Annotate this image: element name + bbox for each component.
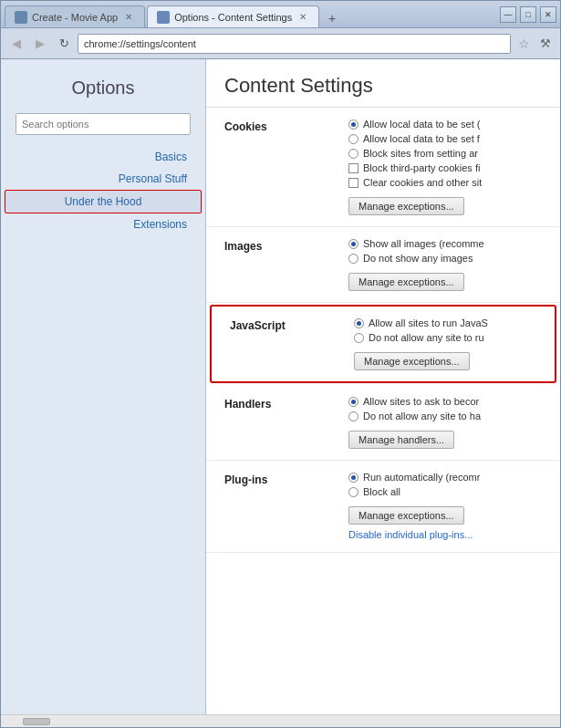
sidebar-item-extensions[interactable]: Extensions — [1, 213, 205, 235]
javascript-section: JavaScript Allow all sites to run JavaS … — [210, 305, 556, 383]
option-label: Allow local data to be set f — [363, 133, 480, 144]
new-tab-button[interactable]: + — [321, 9, 343, 27]
radio-option: Allow local data to be set ( — [348, 119, 542, 130]
option-label: Allow local data to be set ( — [363, 119, 480, 130]
address-input[interactable] — [78, 34, 511, 54]
radio-dot[interactable] — [348, 487, 358, 497]
plugins-options: Run automatically (recomr Block all Mana… — [348, 472, 542, 541]
tab-label-movie: Create - Movie App — [32, 12, 118, 23]
radio-dot-selected[interactable] — [348, 120, 358, 130]
bookmark-star-icon[interactable]: ☆ — [514, 35, 533, 53]
radio-dot[interactable] — [348, 254, 358, 264]
manage-exceptions-js-button[interactable]: Manage exceptions... — [354, 352, 470, 370]
handlers-section: Handlers Allow sites to ask to becor Do … — [206, 385, 560, 461]
radio-option: Run automatically (recomr — [348, 472, 542, 483]
images-label: Images — [224, 238, 334, 291]
minimize-button[interactable]: — — [500, 6, 516, 23]
refresh-button[interactable]: ↻ — [54, 34, 74, 54]
sidebar-item-under-hood[interactable]: Under the Hood — [5, 190, 202, 213]
option-label: Do not show any images — [363, 253, 473, 264]
main-area: Options Basics Personal Stuff Under the … — [1, 59, 560, 714]
tab-bar: Create - Movie App ✕ Options - Content S… — [5, 1, 500, 27]
settings-wrench-icon[interactable]: ⚒ — [536, 35, 555, 53]
radio-option: Do not allow any site to ru — [354, 332, 536, 343]
sidebar-item-basics[interactable]: Basics — [1, 146, 205, 168]
tab-close-settings[interactable]: ✕ — [296, 11, 309, 24]
content-title: Content Settings — [224, 74, 542, 98]
forward-button[interactable]: ▶ — [30, 34, 50, 54]
radio-dot-selected[interactable] — [348, 473, 358, 483]
tab-icon-settings — [157, 11, 170, 24]
tab-close-movie[interactable]: ✕ — [122, 11, 135, 24]
sidebar-title: Options — [1, 68, 205, 113]
sidebar-nav: Basics Personal Stuff Under the Hood Ext… — [1, 146, 205, 235]
close-button[interactable]: ✕ — [540, 6, 556, 23]
scrollbar-thumb[interactable] — [23, 718, 50, 725]
sidebar-item-personal[interactable]: Personal Stuff — [1, 168, 205, 190]
radio-dot-selected[interactable] — [354, 318, 364, 328]
javascript-label: JavaScript — [230, 317, 339, 370]
radio-option: Block sites from setting ar — [348, 148, 542, 159]
option-label: Clear cookies and other sit — [363, 177, 482, 188]
content-header: Content Settings — [206, 59, 560, 108]
search-input[interactable] — [16, 113, 191, 135]
disable-individual-plugins-link[interactable]: Disable individual plug-ins... — [348, 529, 473, 540]
cookies-options: Allow local data to be set ( Allow local… — [348, 119, 542, 215]
checkbox-option: Clear cookies and other sit — [348, 177, 542, 188]
option-label: Allow all sites to run JavaS — [369, 317, 488, 328]
browser-window: Create - Movie App ✕ Options - Content S… — [0, 0, 561, 728]
radio-dot-selected[interactable] — [348, 239, 358, 249]
radio-option: Allow all sites to run JavaS — [354, 317, 536, 328]
sidebar: Options Basics Personal Stuff Under the … — [1, 59, 206, 714]
option-label: Run automatically (recomr — [363, 472, 480, 483]
radio-dot[interactable] — [348, 149, 358, 159]
radio-option: Do not allow any site to ha — [348, 411, 542, 421]
radio-dot[interactable] — [348, 134, 358, 144]
images-options: Show all images (recomme Do not show any… — [348, 238, 542, 291]
back-button[interactable]: ◀ — [6, 34, 26, 54]
address-bar: ◀ ▶ ↻ ☆ ⚒ — [1, 28, 560, 59]
tab-movie-app[interactable]: Create - Movie App ✕ — [5, 5, 145, 27]
radio-option: Allow local data to be set f — [348, 133, 542, 144]
content-scroll: Content Settings Cookies Allow local dat… — [206, 59, 560, 714]
manage-exceptions-images-button[interactable]: Manage exceptions... — [348, 273, 464, 291]
manage-exceptions-plugins-button[interactable]: Manage exceptions... — [348, 506, 464, 525]
javascript-options: Allow all sites to run JavaS Do not allo… — [354, 317, 536, 370]
tab-icon-movie — [15, 11, 27, 24]
content-area: Content Settings Cookies Allow local dat… — [206, 59, 560, 714]
tab-content-settings[interactable]: Options - Content Settings ✕ — [147, 5, 319, 27]
handlers-options: Allow sites to ask to becor Do not allow… — [348, 396, 542, 449]
option-label: Do not allow any site to ru — [369, 332, 484, 343]
cookies-label: Cookies — [224, 119, 334, 215]
title-bar: Create - Movie App ✕ Options - Content S… — [1, 1, 560, 28]
radio-option: Do not show any images — [348, 253, 542, 264]
option-label: Block all — [363, 486, 400, 497]
search-box — [16, 113, 191, 135]
checkbox[interactable] — [348, 178, 358, 188]
radio-dot[interactable] — [348, 411, 358, 421]
tab-label-settings: Options - Content Settings — [174, 12, 292, 23]
checkbox-option: Block third-party cookies fi — [348, 162, 542, 173]
cookies-section: Cookies Allow local data to be set ( All… — [206, 108, 560, 227]
plugins-section: Plug-ins Run automatically (recomr Block… — [206, 461, 560, 553]
images-section: Images Show all images (recomme Do not s… — [206, 227, 560, 303]
option-label: Do not allow any site to ha — [363, 411, 481, 421]
radio-option: Show all images (recomme — [348, 238, 542, 249]
radio-option: Block all — [348, 486, 542, 497]
option-label: Block third-party cookies fi — [363, 162, 480, 173]
option-label: Block sites from setting ar — [363, 148, 478, 159]
manage-exceptions-cookies-button[interactable]: Manage exceptions... — [348, 197, 464, 215]
radio-dot[interactable] — [354, 333, 364, 343]
window-controls: — □ ✕ — [500, 6, 556, 23]
handlers-label: Handlers — [224, 396, 334, 449]
option-label: Show all images (recomme — [363, 238, 484, 249]
horizontal-scrollbar[interactable] — [1, 714, 560, 727]
radio-dot-selected[interactable] — [348, 397, 358, 407]
manage-handlers-button[interactable]: Manage handlers... — [348, 431, 454, 449]
option-label: Allow sites to ask to becor — [363, 396, 479, 407]
plugins-label: Plug-ins — [224, 472, 334, 541]
maximize-button[interactable]: □ — [520, 6, 536, 23]
checkbox[interactable] — [348, 163, 358, 173]
radio-option: Allow sites to ask to becor — [348, 396, 542, 407]
